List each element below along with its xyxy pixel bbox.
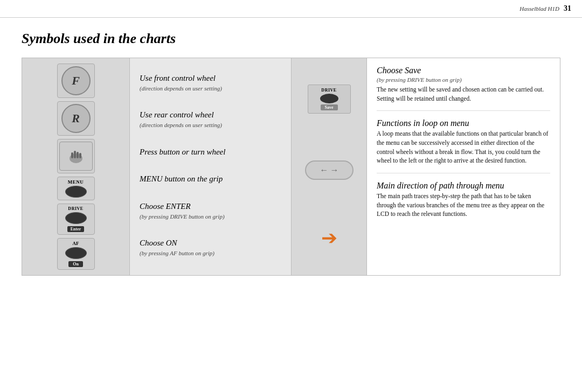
main-direction-body: The main path traces step-by-step the pa… [377,192,550,219]
svg-rect-3 [71,152,73,158]
hand-icon [59,142,93,171]
entry-rear-wheel: Use rear control wheel (direction depend… [140,110,281,129]
entry-front-wheel: Use front control wheel (direction depen… [140,74,281,93]
front-wheel-icon-row: F [27,64,124,98]
right-column: Choose Save (by pressing DRIVE button on… [367,58,560,275]
enter-badge: Enter [67,226,85,232]
section-title: Symbols used in the charts [22,31,560,47]
rear-wheel-icon-row: R [27,101,124,136]
divider-2 [377,173,550,173]
f-circle-icon: F [61,66,91,95]
choose-save-title: Choose Save [377,66,550,75]
svg-rect-4 [79,153,81,158]
entry-choose-on: Choose ON (by pressing AF button on grip… [140,239,281,257]
af-label: AF [73,241,79,246]
loop-left-arrow-icon: → [320,165,328,175]
choose-on-title: Choose ON [140,239,281,248]
drive-enter-box-outer: DRIVE Enter [57,204,95,235]
main-direction-title: Main direction of path through menu [377,181,550,191]
divider-1 [377,110,550,111]
choose-enter-title: Choose ENTER [140,202,281,211]
af-on-row: AF On [27,238,124,270]
drive-enter-row: DRIVE Enter [27,204,124,235]
front-wheel-subtitle: (direction depends on user setting) [140,85,222,92]
save-badge: Save [321,104,338,110]
loop-icon: → → [305,160,354,180]
choose-save-subtitle: (by pressing DRIVE button on grip) [377,76,550,83]
rear-wheel-box: R [57,101,95,136]
menu-button-box: MENU [57,177,95,200]
page-header: Hasselblad H1D 31 [0,0,582,18]
entry-press-button: Press button or turn wheel [140,148,281,157]
svg-rect-1 [74,151,76,158]
rear-wheel-subtitle: (direction depends on user setting) [140,122,222,128]
right-entry-save: Choose Save (by pressing DRIVE button on… [377,66,550,103]
left-icon-column: F R [22,58,130,275]
entry-choose-enter: Choose ENTER (by pressing DRIVE button o… [140,202,281,221]
drive-save-box: DRIVE Save [308,85,351,114]
drive-save-label: DRIVE [321,88,336,93]
af-oval [65,247,87,259]
menu-oval [65,186,87,198]
on-badge: On [68,261,83,267]
loop-title: Functions in loop on menu [377,118,550,128]
hand-box [57,139,95,173]
choose-enter-subtitle: (by pressing DRIVE button on grip) [140,213,225,220]
svg-rect-2 [77,152,79,158]
right-entry-main-direction: Main direction of path through menu The … [377,181,550,219]
drive-enter-inner: DRIVE Enter [65,206,87,232]
choose-on-subtitle: (by pressing AF button on grip) [140,250,214,256]
af-on-box-outer: AF On [57,238,95,270]
menu-label: MENU [68,179,84,185]
main-content: Symbols used in the charts F R [0,18,582,286]
chart-table: F R [22,58,560,276]
arrow-right-icon: ➔ [321,227,337,249]
menu-button-row: MENU [27,177,124,200]
r-circle-icon: R [61,104,91,133]
front-wheel-box: F [57,64,95,98]
mid-right-column: DRIVE Save → → ➔ [292,58,367,275]
loop-right-arrow-icon: → [330,165,339,175]
af-on-inner: AF On [65,241,87,267]
front-wheel-title: Use front control wheel [140,74,281,83]
header-title: Hasselblad H1D [519,5,559,12]
loop-body: A loop means that the available function… [377,129,550,165]
drive-save-oval [320,94,338,103]
rear-wheel-title: Use rear control wheel [140,110,281,120]
mid-left-column: Use front control wheel (direction depen… [130,58,292,275]
hand-icon-row [27,139,124,173]
menu-button-inner: MENU [65,179,87,198]
entry-menu-button: MENU button on the grip [140,174,281,184]
menu-button-title: MENU button on the grip [140,174,281,184]
choose-save-body: The new setting will be saved and chosen… [377,85,550,103]
right-entry-loop: Functions in loop on menu A loop means t… [377,118,550,165]
press-button-title: Press button or turn wheel [140,148,281,157]
drive-enter-label: DRIVE [68,206,83,211]
drive-oval [65,212,87,224]
header-page: 31 [564,4,571,13]
